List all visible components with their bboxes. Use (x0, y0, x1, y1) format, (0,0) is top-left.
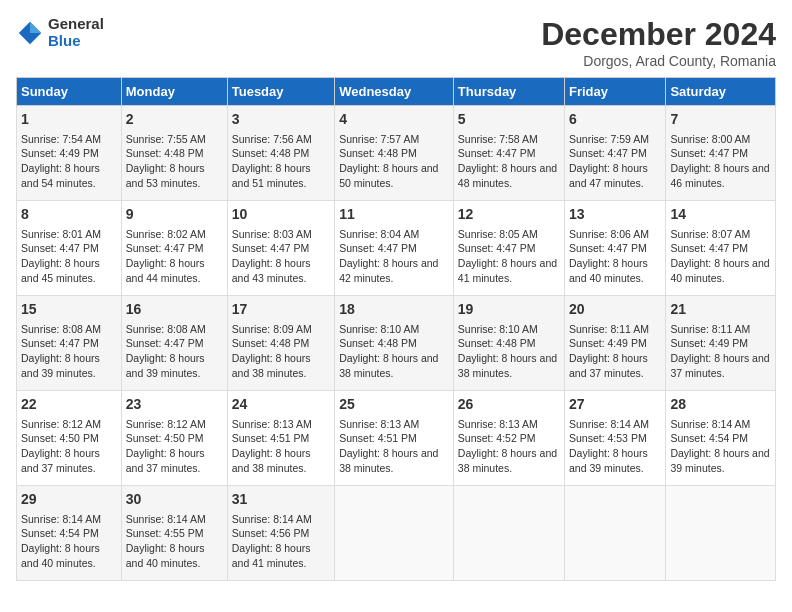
day-info: Sunrise: 8:14 AMSunset: 4:54 PMDaylight:… (21, 512, 117, 571)
day-info: Sunrise: 8:03 AMSunset: 4:47 PMDaylight:… (232, 227, 330, 286)
calendar-cell: 29Sunrise: 8:14 AMSunset: 4:54 PMDayligh… (17, 486, 122, 581)
day-info: Sunrise: 8:13 AMSunset: 4:52 PMDaylight:… (458, 417, 560, 476)
calendar-cell: 20Sunrise: 8:11 AMSunset: 4:49 PMDayligh… (565, 296, 666, 391)
logo-text: General Blue (48, 16, 104, 49)
day-info: Sunrise: 8:14 AMSunset: 4:53 PMDaylight:… (569, 417, 661, 476)
day-info: Sunrise: 8:10 AMSunset: 4:48 PMDaylight:… (458, 322, 560, 381)
calendar-cell: 22Sunrise: 8:12 AMSunset: 4:50 PMDayligh… (17, 391, 122, 486)
day-number: 4 (339, 110, 449, 130)
day-number: 31 (232, 490, 330, 510)
calendar-cell: 6Sunrise: 7:59 AMSunset: 4:47 PMDaylight… (565, 106, 666, 201)
day-number: 2 (126, 110, 223, 130)
calendar-cell: 12Sunrise: 8:05 AMSunset: 4:47 PMDayligh… (453, 201, 564, 296)
calendar-cell: 13Sunrise: 8:06 AMSunset: 4:47 PMDayligh… (565, 201, 666, 296)
calendar-cell: 15Sunrise: 8:08 AMSunset: 4:47 PMDayligh… (17, 296, 122, 391)
calendar-cell: 5Sunrise: 7:58 AMSunset: 4:47 PMDaylight… (453, 106, 564, 201)
day-number: 15 (21, 300, 117, 320)
calendar-cell: 19Sunrise: 8:10 AMSunset: 4:48 PMDayligh… (453, 296, 564, 391)
day-info: Sunrise: 7:59 AMSunset: 4:47 PMDaylight:… (569, 132, 661, 191)
day-number: 28 (670, 395, 771, 415)
calendar-table: SundayMondayTuesdayWednesdayThursdayFrid… (16, 77, 776, 581)
day-number: 10 (232, 205, 330, 225)
calendar-cell: 11Sunrise: 8:04 AMSunset: 4:47 PMDayligh… (335, 201, 454, 296)
calendar-cell: 26Sunrise: 8:13 AMSunset: 4:52 PMDayligh… (453, 391, 564, 486)
title-area: December 2024 Dorgos, Arad County, Roman… (541, 16, 776, 69)
day-number: 30 (126, 490, 223, 510)
day-number: 1 (21, 110, 117, 130)
calendar-week-row: 1Sunrise: 7:54 AMSunset: 4:49 PMDaylight… (17, 106, 776, 201)
day-info: Sunrise: 8:12 AMSunset: 4:50 PMDaylight:… (126, 417, 223, 476)
day-number: 21 (670, 300, 771, 320)
calendar-cell (335, 486, 454, 581)
calendar-cell: 31Sunrise: 8:14 AMSunset: 4:56 PMDayligh… (227, 486, 334, 581)
day-info: Sunrise: 8:02 AMSunset: 4:47 PMDaylight:… (126, 227, 223, 286)
day-info: Sunrise: 8:14 AMSunset: 4:55 PMDaylight:… (126, 512, 223, 571)
header-friday: Friday (565, 78, 666, 106)
day-info: Sunrise: 8:05 AMSunset: 4:47 PMDaylight:… (458, 227, 560, 286)
calendar-week-row: 15Sunrise: 8:08 AMSunset: 4:47 PMDayligh… (17, 296, 776, 391)
day-number: 5 (458, 110, 560, 130)
calendar-cell: 1Sunrise: 7:54 AMSunset: 4:49 PMDaylight… (17, 106, 122, 201)
day-info: Sunrise: 8:00 AMSunset: 4:47 PMDaylight:… (670, 132, 771, 191)
calendar-cell: 2Sunrise: 7:55 AMSunset: 4:48 PMDaylight… (121, 106, 227, 201)
header-saturday: Saturday (666, 78, 776, 106)
day-number: 18 (339, 300, 449, 320)
calendar-cell: 18Sunrise: 8:10 AMSunset: 4:48 PMDayligh… (335, 296, 454, 391)
day-number: 24 (232, 395, 330, 415)
day-number: 8 (21, 205, 117, 225)
logo-general: General (48, 16, 104, 33)
logo: General Blue (16, 16, 104, 49)
day-number: 19 (458, 300, 560, 320)
day-info: Sunrise: 8:09 AMSunset: 4:48 PMDaylight:… (232, 322, 330, 381)
day-number: 14 (670, 205, 771, 225)
calendar-cell: 8Sunrise: 8:01 AMSunset: 4:47 PMDaylight… (17, 201, 122, 296)
day-number: 6 (569, 110, 661, 130)
day-number: 25 (339, 395, 449, 415)
day-number: 27 (569, 395, 661, 415)
subtitle: Dorgos, Arad County, Romania (541, 53, 776, 69)
day-number: 23 (126, 395, 223, 415)
day-number: 20 (569, 300, 661, 320)
day-number: 9 (126, 205, 223, 225)
day-info: Sunrise: 8:08 AMSunset: 4:47 PMDaylight:… (126, 322, 223, 381)
day-info: Sunrise: 8:04 AMSunset: 4:47 PMDaylight:… (339, 227, 449, 286)
header-tuesday: Tuesday (227, 78, 334, 106)
calendar-cell: 23Sunrise: 8:12 AMSunset: 4:50 PMDayligh… (121, 391, 227, 486)
month-title: December 2024 (541, 16, 776, 53)
calendar-cell: 17Sunrise: 8:09 AMSunset: 4:48 PMDayligh… (227, 296, 334, 391)
day-info: Sunrise: 7:56 AMSunset: 4:48 PMDaylight:… (232, 132, 330, 191)
calendar-cell: 21Sunrise: 8:11 AMSunset: 4:49 PMDayligh… (666, 296, 776, 391)
header-thursday: Thursday (453, 78, 564, 106)
day-number: 16 (126, 300, 223, 320)
calendar-cell: 10Sunrise: 8:03 AMSunset: 4:47 PMDayligh… (227, 201, 334, 296)
day-info: Sunrise: 8:14 AMSunset: 4:54 PMDaylight:… (670, 417, 771, 476)
header-monday: Monday (121, 78, 227, 106)
calendar-week-row: 8Sunrise: 8:01 AMSunset: 4:47 PMDaylight… (17, 201, 776, 296)
calendar-cell: 14Sunrise: 8:07 AMSunset: 4:47 PMDayligh… (666, 201, 776, 296)
calendar-week-row: 29Sunrise: 8:14 AMSunset: 4:54 PMDayligh… (17, 486, 776, 581)
day-info: Sunrise: 8:11 AMSunset: 4:49 PMDaylight:… (569, 322, 661, 381)
day-number: 3 (232, 110, 330, 130)
day-info: Sunrise: 8:11 AMSunset: 4:49 PMDaylight:… (670, 322, 771, 381)
day-number: 11 (339, 205, 449, 225)
calendar-cell: 4Sunrise: 7:57 AMSunset: 4:48 PMDaylight… (335, 106, 454, 201)
calendar-cell: 24Sunrise: 8:13 AMSunset: 4:51 PMDayligh… (227, 391, 334, 486)
day-info: Sunrise: 8:07 AMSunset: 4:47 PMDaylight:… (670, 227, 771, 286)
calendar-cell: 16Sunrise: 8:08 AMSunset: 4:47 PMDayligh… (121, 296, 227, 391)
day-info: Sunrise: 8:01 AMSunset: 4:47 PMDaylight:… (21, 227, 117, 286)
calendar-cell: 9Sunrise: 8:02 AMSunset: 4:47 PMDaylight… (121, 201, 227, 296)
calendar-cell (666, 486, 776, 581)
calendar-header-row: SundayMondayTuesdayWednesdayThursdayFrid… (17, 78, 776, 106)
day-number: 13 (569, 205, 661, 225)
day-number: 22 (21, 395, 117, 415)
day-number: 12 (458, 205, 560, 225)
day-info: Sunrise: 7:55 AMSunset: 4:48 PMDaylight:… (126, 132, 223, 191)
svg-marker-1 (30, 21, 41, 32)
logo-blue: Blue (48, 33, 104, 50)
day-info: Sunrise: 7:57 AMSunset: 4:48 PMDaylight:… (339, 132, 449, 191)
calendar-cell: 28Sunrise: 8:14 AMSunset: 4:54 PMDayligh… (666, 391, 776, 486)
day-info: Sunrise: 8:14 AMSunset: 4:56 PMDaylight:… (232, 512, 330, 571)
day-number: 26 (458, 395, 560, 415)
header-sunday: Sunday (17, 78, 122, 106)
day-info: Sunrise: 8:12 AMSunset: 4:50 PMDaylight:… (21, 417, 117, 476)
